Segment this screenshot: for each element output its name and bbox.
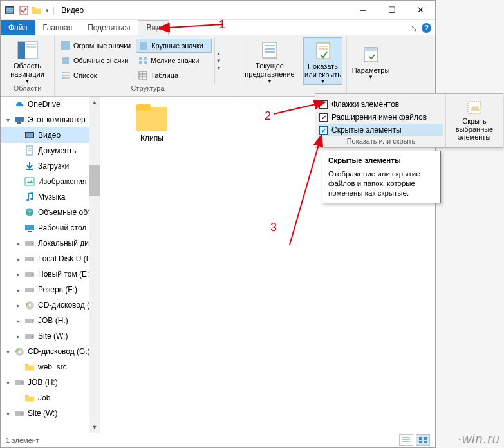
tree-item[interactable]: Изображения [1, 174, 100, 189]
tree-item[interactable]: ▸Резерв (F:) [1, 282, 100, 297]
svg-rect-15 [139, 61, 142, 64]
tree-item[interactable]: Загрузки [1, 158, 100, 174]
down-icon [24, 161, 35, 171]
expander-icon[interactable]: ▸ [15, 240, 21, 247]
navigation-pane-button[interactable]: Область навигации▼ [5, 37, 50, 84]
tree-item[interactable]: ▾CD-дисковод (G:) [1, 344, 100, 359]
tree-item[interactable]: ▾Site (W:) [1, 406, 100, 421]
scroll-up-button[interactable]: ▲ [89, 97, 100, 107]
expander-icon[interactable]: ▾ [5, 348, 11, 355]
layout-huge[interactable]: Огромные значки [59, 39, 135, 53]
layout-large[interactable]: Крупные значки [136, 39, 212, 53]
close-button[interactable]: ✕ [406, 1, 435, 19]
cd-icon [24, 300, 35, 310]
tree-item[interactable]: Видео [1, 127, 100, 143]
window-title: Видео [61, 6, 84, 15]
expander-icon[interactable]: ▸ [15, 286, 21, 294]
current-view-button[interactable]: Текущее представление▼ [245, 37, 294, 84]
tree-item[interactable]: ▸Локальный дис [1, 236, 100, 251]
tree-item[interactable]: OneDrive [1, 97, 100, 112]
huge-icons-icon [61, 41, 71, 51]
svg-rect-39 [26, 133, 33, 138]
svg-rect-46 [28, 231, 32, 232]
expander-icon[interactable]: ▾ [5, 117, 11, 124]
check-file-extensions[interactable]: ✔ Расширения имен файлов [319, 111, 443, 124]
svg-rect-16 [144, 61, 147, 64]
qat-properties-icon[interactable] [19, 5, 29, 15]
minimize-button[interactable]: ─ [348, 1, 377, 19]
tree-item[interactable]: ▾Этот компьютер [1, 112, 100, 127]
navigation-pane-icon [17, 40, 38, 61]
svg-point-56 [28, 304, 31, 306]
show-hide-button[interactable]: Показать или скрыть▼ [303, 37, 342, 85]
thumbnails-view-button[interactable] [416, 434, 430, 446]
expander-icon[interactable]: ▾ [5, 379, 11, 386]
expander-icon[interactable]: ▸ [15, 256, 21, 263]
tree-item[interactable]: ▸Новый том (E:) [1, 266, 100, 282]
hdd-icon [24, 254, 35, 264]
layout-list[interactable]: Список [59, 68, 135, 82]
tab-view[interactable]: Вид [138, 20, 169, 35]
expander-icon[interactable]: ▸ [15, 271, 21, 278]
hdd-icon [24, 331, 35, 341]
tree-item[interactable]: Объемные объ [1, 205, 100, 220]
tab-home[interactable]: Главная [35, 20, 80, 35]
tree-item[interactable]: ▸JOB (H:) [1, 313, 100, 328]
check-hidden-items[interactable]: ✔ Скрытые элементы [319, 124, 443, 136]
tab-file[interactable]: Файл [1, 20, 35, 35]
svg-point-60 [32, 336, 33, 337]
tree-item-label: Новый том (E:) [38, 270, 91, 279]
svg-point-54 [32, 290, 33, 291]
help-icon[interactable]: ? [422, 23, 431, 33]
details-view-button[interactable] [399, 434, 413, 446]
table-icon [138, 70, 148, 80]
options-button[interactable]: Параметры▼ [351, 37, 391, 84]
current-view-icon [259, 40, 280, 61]
minimize-ribbon-icon[interactable]: ⤣ [411, 23, 418, 33]
folder-label: Клипы [140, 134, 163, 143]
checkbox-icon: ✔ [319, 126, 328, 135]
3d-icon [24, 207, 35, 218]
folder-item[interactable]: Клипы [126, 103, 178, 143]
ribbon-view: Область навигации▼ Области Огромные знач… [1, 35, 435, 97]
svg-point-52 [32, 274, 33, 275]
svg-rect-63 [25, 364, 28, 366]
expander-icon[interactable]: ▸ [15, 333, 21, 340]
tree-item[interactable]: Музыка [1, 189, 100, 205]
layout-table[interactable]: Таблица [136, 68, 212, 82]
tooltip: Скрытые элементы Отображение или скрытие… [322, 151, 441, 203]
show-hide-icon [313, 41, 333, 61]
tree-item[interactable]: web_src [1, 359, 100, 375]
layout-medium[interactable]: Обычные значки [59, 53, 135, 68]
tooltip-body: Отображение или скрытие файлов и папок, … [328, 169, 434, 198]
tree-item[interactable]: ▸Local Disk U (D:) [1, 251, 100, 266]
explorer-window: ▾ | Видео ─ ☐ ✕ Файл Главная Поделиться … [0, 0, 436, 448]
tree-item[interactable]: ▸Site (W:) [1, 328, 100, 344]
scroll-thumb[interactable] [89, 165, 100, 196]
tree-item[interactable]: Job [1, 390, 100, 406]
nav-scrollbar[interactable]: ▲ ▼ [89, 97, 100, 433]
expander-icon[interactable]: ▸ [15, 317, 21, 324]
check-item-checkboxes[interactable]: Флажки элементов [319, 98, 443, 111]
hide-selected-button[interactable]: Скрыть выбранные элементы [445, 94, 503, 147]
tree-item[interactable]: Рабочий стол [1, 220, 100, 236]
ribbon-tabs: Файл Главная Поделиться Вид ⤣ ? [1, 20, 435, 35]
tree-item[interactable]: ▾JOB (H:) [1, 375, 100, 390]
expander-icon[interactable]: ▸ [15, 302, 21, 309]
tab-share[interactable]: Поделиться [80, 20, 138, 35]
navigation-pane[interactable]: OneDrive▾Этот компьютерВидеоДокументыЗаг… [1, 97, 100, 433]
tree-item[interactable]: ▸CD-дисковод (G [1, 297, 100, 313]
qat-dropdown-icon[interactable]: ▾ [44, 7, 50, 14]
maximize-button[interactable]: ☐ [377, 1, 406, 19]
video-icon [24, 130, 35, 140]
scroll-down-button[interactable]: ▼ [89, 422, 100, 433]
tree-item[interactable]: Документы [1, 143, 100, 158]
svg-rect-45 [25, 225, 34, 230]
layout-small[interactable]: Мелкие значки [136, 53, 212, 68]
expander-icon[interactable]: ▾ [5, 410, 11, 417]
small-icons-icon [138, 55, 148, 66]
tree-item-label: Изображения [38, 177, 86, 186]
layout-more-button[interactable]: ▲▼▾ [214, 37, 222, 84]
tree-item-label: Загрузки [38, 162, 69, 171]
qat-folder-icon[interactable] [32, 5, 42, 15]
